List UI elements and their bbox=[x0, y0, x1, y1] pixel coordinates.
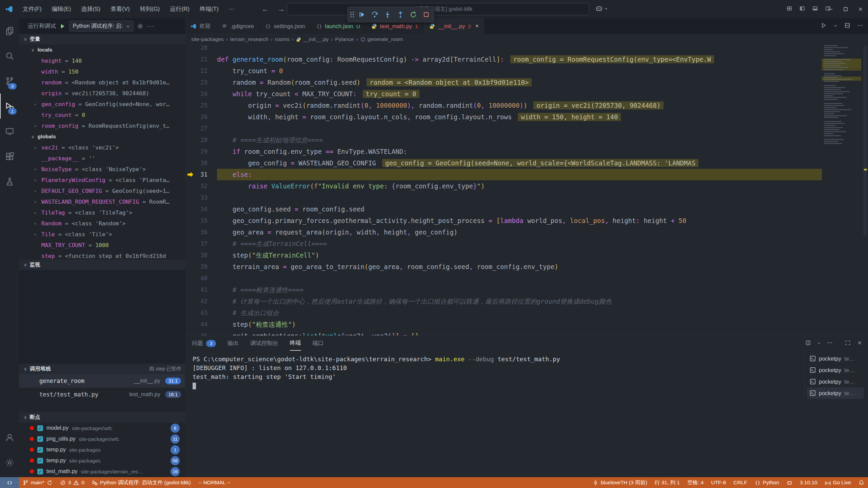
panel-maximize-button[interactable] bbox=[845, 340, 851, 347]
status-git-blame[interactable]: blueloveTH (3 周前) bbox=[589, 477, 651, 488]
variable-step[interactable]: step = <function step at 0x1bf9cd216d bbox=[19, 250, 185, 260]
breakpoints-section-header[interactable]: ∨断点 bbox=[19, 412, 185, 423]
activity-explorer[interactable] bbox=[0, 18, 19, 43]
terminal-item-pocketpy[interactable]: pocketpyte… bbox=[807, 353, 864, 364]
variable-DEFAULT_GEO_CONFIG[interactable]: ›DEFAULT_GEO_CONFIG = GeoConfig(seed=1… bbox=[19, 185, 185, 196]
callstack-section-header[interactable]: ∨调用堆栈 因 step 已暂停 bbox=[19, 364, 185, 374]
overview-ruler[interactable] bbox=[861, 34, 868, 336]
stack-frame-generate_room[interactable]: generate_room__init__.py31:1 bbox=[19, 374, 185, 388]
activity-remote-explorer[interactable] bbox=[0, 119, 19, 144]
activity-source-control[interactable]: 3 bbox=[0, 68, 19, 94]
code-line-42[interactable]: 42 # 计算每一个出口的中心，然后使用astar生成路径，确保每一个出口组合都… bbox=[185, 296, 822, 307]
breakpoint-checkbox[interactable]: ✓ bbox=[37, 469, 43, 474]
status-vim-mode[interactable]: -- NORMAL -- bbox=[195, 477, 234, 488]
code-line-35[interactable]: 35 geo_config.primary_forces.geothermal_… bbox=[185, 215, 822, 226]
split-editor-button[interactable] bbox=[844, 22, 850, 30]
step-over-button[interactable] bbox=[370, 9, 380, 20]
menu-选择(S)[interactable]: 选择(S) bbox=[76, 0, 105, 18]
nav-forward-button[interactable]: → bbox=[278, 5, 285, 13]
panel-tab-输出[interactable]: 输出 bbox=[228, 336, 239, 351]
command-center-search[interactable]: [扩展开发宿主] godot-ldtk bbox=[287, 3, 589, 15]
code-line-21[interactable]: 21def generate_room(room_config: RoomReq… bbox=[185, 54, 822, 65]
scrollbar-thumb[interactable] bbox=[863, 45, 867, 235]
breakpoint-checkbox[interactable]: ✓ bbox=[37, 425, 43, 431]
breadcrumb-terrain_research[interactable]: terrain_research bbox=[230, 36, 269, 42]
variable-Tile[interactable]: ›Tile = <class 'Tile'> bbox=[19, 229, 185, 240]
variables-section-header[interactable]: ∨变量 bbox=[19, 34, 185, 44]
variable-NoiseType[interactable]: ›NoiseType = <class 'NoiseType'> bbox=[19, 164, 185, 175]
minimap[interactable] bbox=[822, 45, 861, 157]
terminal-item-pocketpy[interactable]: pocketpyte… bbox=[807, 376, 864, 387]
activity-search[interactable] bbox=[0, 43, 19, 68]
status-branch[interactable]: main* bbox=[19, 477, 56, 488]
remote-indicator[interactable] bbox=[0, 477, 19, 488]
terminal-item-pocketpy[interactable]: pocketpyte… bbox=[807, 364, 864, 376]
menu-查看(V)[interactable]: 查看(V) bbox=[105, 0, 135, 18]
start-debug-icon[interactable] bbox=[59, 23, 66, 29]
code-line-37[interactable]: 37 # ====生成TerrainCell==== bbox=[185, 238, 822, 249]
code-line-25[interactable]: 25 origin = vec2i(random.randint(0, 1000… bbox=[185, 100, 822, 111]
continue-button[interactable] bbox=[357, 9, 367, 20]
drag-handle[interactable] bbox=[350, 12, 354, 18]
panel-tab-端口[interactable]: 端口 bbox=[313, 336, 324, 351]
code-line-33[interactable]: 33 bbox=[185, 192, 822, 203]
editor-pane[interactable]: site-packages›terrain_research›rooms›__i… bbox=[185, 34, 868, 336]
code-line-28[interactable]: 28 # ====生成初始地理信息==== bbox=[185, 134, 822, 146]
code-line-27[interactable]: 27 bbox=[185, 123, 822, 134]
scope-globals[interactable]: ∨globals bbox=[19, 131, 185, 142]
code-line-34[interactable]: 34 geo_config.seed = room_config.seed bbox=[185, 203, 822, 215]
chevron-down-button[interactable] bbox=[817, 340, 821, 346]
variable-MAX_TRY_COUNT[interactable]: MAX_TRY_COUNT = 1000 bbox=[19, 240, 185, 250]
code-line-31[interactable]: 31 else: bbox=[185, 169, 822, 180]
maximize-button[interactable] bbox=[838, 0, 853, 18]
more-button[interactable] bbox=[827, 340, 833, 347]
layout-sidebar-left-button[interactable] bbox=[800, 6, 805, 13]
menu-运行(R)[interactable]: 运行(R) bbox=[165, 0, 195, 18]
code-line-45[interactable]: 45 exit_combinations:list[tuple[vec2i, v… bbox=[185, 330, 822, 336]
variable-Random[interactable]: ›Random = <class 'Random'> bbox=[19, 218, 185, 229]
step-into-button[interactable] bbox=[382, 9, 393, 20]
variable-WASTELAND_ROOM_REQUEST_CONFIG[interactable]: ›WASTELAND_ROOM_REQUEST_CONFIG = RoomR… bbox=[19, 196, 185, 207]
code-line-36[interactable]: 36 geo_area = request_area(origin, width… bbox=[185, 226, 822, 238]
tab-settings.json[interactable]: {}settings.json bbox=[260, 18, 311, 34]
breadcrumb-rooms[interactable]: rooms bbox=[275, 36, 290, 42]
breakpoint-checkbox[interactable]: ✓ bbox=[37, 436, 43, 442]
more-actions-button[interactable]: ··· bbox=[147, 23, 155, 30]
variable-random[interactable]: random = <Random object at 0x1bf9d01e… bbox=[19, 77, 185, 88]
code-line-40[interactable]: 40 bbox=[185, 272, 822, 284]
variable-try_count[interactable]: try_count = 0 bbox=[19, 109, 185, 120]
activity-extensions[interactable] bbox=[0, 144, 19, 169]
breadcrumb-Pylance[interactable]: Pylance bbox=[335, 36, 354, 42]
restart-button[interactable] bbox=[408, 9, 418, 20]
status-language[interactable]: {}Python bbox=[751, 477, 783, 488]
close-button[interactable] bbox=[853, 0, 868, 18]
menu-编辑(E)[interactable]: 编辑(E) bbox=[47, 0, 76, 18]
tab-.gdignore[interactable]: .gdignore bbox=[216, 18, 260, 34]
menu-转到(G)[interactable]: 转到(G) bbox=[135, 0, 165, 18]
variable-TileTag[interactable]: ›TileTag = <class 'TileTag'> bbox=[19, 207, 185, 218]
breakpoint-temp.py[interactable]: ✓temp.pysite-packages1 bbox=[19, 444, 185, 455]
variable-room_config[interactable]: ›room_config = RoomRequestConfig(env_t… bbox=[19, 120, 185, 131]
status-python-version[interactable]: 3.10.10 bbox=[796, 477, 821, 488]
debug-config-dropdown[interactable]: Python 调试程序: 启: bbox=[69, 21, 134, 32]
status-notifications[interactable] bbox=[855, 477, 868, 488]
status-go-live[interactable]: Go Live bbox=[821, 477, 855, 488]
minimize-button[interactable] bbox=[823, 0, 838, 18]
breakpoint-png_utils.py[interactable]: ✓png_utils.pysite-packages\wfc11 bbox=[19, 433, 185, 444]
status-encoding[interactable]: UTF-8 bbox=[707, 477, 730, 488]
gear-icon[interactable] bbox=[137, 23, 143, 29]
variable-vec2i[interactable]: ›vec2i = <class 'vec2i'> bbox=[19, 142, 185, 153]
activity-accounts[interactable] bbox=[0, 425, 19, 450]
layout-panel-button[interactable] bbox=[812, 6, 818, 13]
chevron-down-button[interactable] bbox=[833, 23, 837, 29]
breakpoint-checkbox[interactable]: ✓ bbox=[37, 458, 43, 464]
code-line-39[interactable]: 39 terrain_area = geo_area_to_terrain(ge… bbox=[185, 261, 822, 272]
code-line-24[interactable]: 24 while try_count < MAX_TRY_COUNT:try_c… bbox=[185, 88, 822, 100]
stop-button[interactable] bbox=[421, 9, 431, 20]
code-line-44[interactable]: 44 step("检查连通性") bbox=[185, 319, 822, 330]
panel-tab-终端[interactable]: 终端 bbox=[290, 336, 301, 351]
stack-frame-test/test_math.py[interactable]: test/test_math.pytest_math.py16:1 bbox=[19, 388, 185, 401]
layout-grid-button[interactable] bbox=[787, 6, 792, 13]
menu-···[interactable]: ··· bbox=[224, 0, 240, 18]
watch-section-header[interactable]: ∨监视 bbox=[19, 260, 185, 270]
